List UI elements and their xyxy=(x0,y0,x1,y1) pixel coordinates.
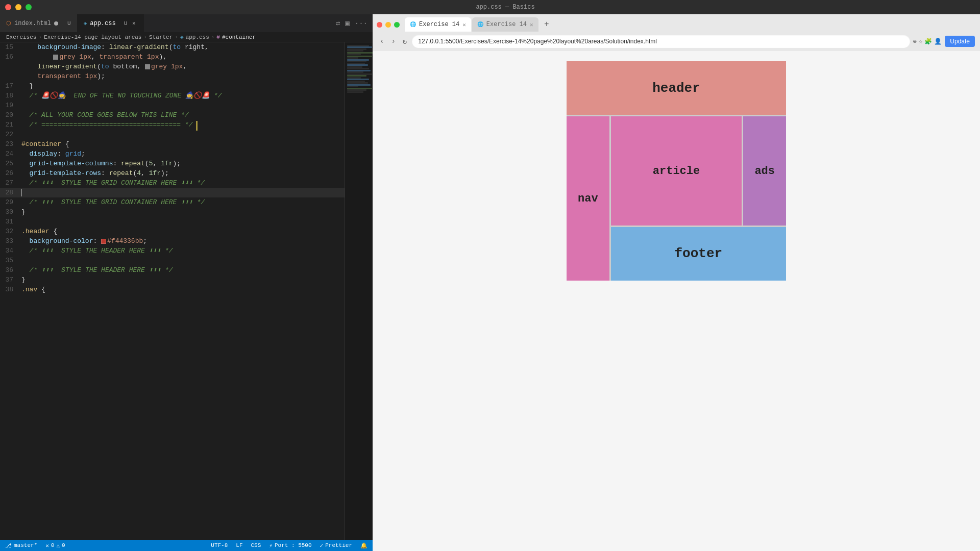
code-line-16: 16 grey 1px, transparent 1px), xyxy=(0,52,345,62)
code-minimap-wrapper: 15 background-image: linear-gradient(to … xyxy=(0,42,373,540)
main-layout: ⬡ index.html U ◈ app.css U ✕ ⇄ ▣ ··· xyxy=(0,14,980,551)
browser-tabs-row: 🌐 Exercise 14 ✕ 🌐 Exercise 14 ✕ + xyxy=(373,14,980,32)
bookmark-icon[interactable]: ☆ xyxy=(919,38,922,45)
toggle-sidebar-icon[interactable]: ▣ xyxy=(345,19,349,28)
status-branch[interactable]: ⎇ master* xyxy=(5,542,37,549)
bc-appcss[interactable]: app.css xyxy=(186,34,209,40)
bc-sep4: › xyxy=(211,34,215,40)
warning-count: 0 xyxy=(62,542,65,548)
browser-maximize[interactable] xyxy=(394,22,400,28)
bc-container[interactable]: #container xyxy=(222,34,256,40)
browser-tab-close-2[interactable]: ✕ xyxy=(530,21,533,28)
minimize-button[interactable] xyxy=(15,4,21,10)
code-line-29: 29 /* ⬆️⬆️⬆️ STYLE THE GRID CONTAINER HE… xyxy=(0,197,345,207)
code-line-26: 26 grid-template-rows: repeat(4, 1fr); xyxy=(0,168,345,178)
browser-tab-favicon-2: 🌐 xyxy=(477,21,483,28)
code-line-38: 38 .nav { xyxy=(0,285,345,294)
bc-appcss-icon: ◈ xyxy=(180,34,184,40)
close-button[interactable] xyxy=(5,4,11,10)
code-line-35: 35 xyxy=(0,256,345,265)
editor-panel: ⬡ index.html U ◈ app.css U ✕ ⇄ ▣ ··· xyxy=(0,14,373,551)
browser-viewport: header nav article ads footer xyxy=(373,51,980,551)
encoding-label: UTF-8 xyxy=(211,542,228,548)
bc-sep1: › xyxy=(38,34,42,40)
code-line-22: 22 xyxy=(0,130,345,139)
code-line-33: 33 background-color: #f44336bb; xyxy=(0,236,345,246)
status-errors[interactable]: ✕ 0 ⚠ 0 xyxy=(45,542,65,549)
line-ending-label: LF xyxy=(236,542,242,548)
refresh-button[interactable]: ↻ xyxy=(401,36,409,47)
port-icon: ⚡ xyxy=(269,542,273,549)
bc-exercises[interactable]: Exercises xyxy=(6,34,36,40)
tab-bar: ⬡ index.html U ◈ app.css U ✕ ⇄ ▣ ··· xyxy=(0,14,373,32)
more-actions-icon[interactable]: ··· xyxy=(355,19,368,28)
code-line-27: 27 /* ⬇️⬇️⬇️ STYLE THE GRID CONTAINER HE… xyxy=(0,178,345,188)
grid-footer: footer xyxy=(611,227,786,281)
code-line-31: 31 xyxy=(0,217,345,227)
update-button[interactable]: Update xyxy=(945,36,975,47)
prettier-label: Prettier xyxy=(325,542,352,548)
code-line-17: 17 } xyxy=(0,81,345,91)
bc-starter[interactable]: Starter xyxy=(149,34,173,40)
status-prettier[interactable]: ✓ Prettier xyxy=(320,542,352,549)
code-line-25: 25 grid-template-columns: repeat(5, 1fr)… xyxy=(0,159,345,168)
branch-icon: ⎇ xyxy=(5,542,12,549)
breadcrumb: Exercises › Exercise-14 page layout area… xyxy=(0,32,373,42)
code-line-37: 37 } xyxy=(0,275,345,285)
browser-close[interactable] xyxy=(377,22,382,28)
browser-tab-favicon-1: 🌐 xyxy=(410,21,416,28)
browser-minimize[interactable] xyxy=(385,22,391,28)
maximize-button[interactable] xyxy=(26,4,32,10)
browser-chrome: 🌐 Exercise 14 ✕ 🌐 Exercise 14 ✕ + ‹ › ↻ xyxy=(373,14,980,51)
branch-label: master* xyxy=(14,542,37,548)
zoom-icon: ⊕ xyxy=(913,38,917,45)
browser-panel: 🌐 Exercise 14 ✕ 🌐 Exercise 14 ✕ + ‹ › ↻ xyxy=(373,14,980,551)
prettier-icon: ✓ xyxy=(320,542,324,549)
tab-label-index: index.html xyxy=(14,20,51,27)
code-line-17b: transparent 1px); xyxy=(0,71,345,81)
status-language[interactable]: CSS xyxy=(251,542,261,548)
status-encoding[interactable]: UTF-8 xyxy=(211,542,228,548)
code-line-17a: linear-gradient(to bottom, grey 1px, xyxy=(0,62,345,71)
tab-app-css[interactable]: ◈ app.css U ✕ xyxy=(78,14,144,32)
port-label: Port : 5500 xyxy=(275,542,312,548)
code-line-19: 19 xyxy=(0,101,345,110)
header-label: header xyxy=(652,81,700,96)
code-line-34: 34 /* ⬇️⬇️⬇️ STYLE THE HEADER HERE ⬇️⬇️⬇… xyxy=(0,246,345,256)
url-bar[interactable] xyxy=(412,35,910,48)
code-area[interactable]: 15 background-image: linear-gradient(to … xyxy=(0,42,345,540)
bc-sep2: › xyxy=(143,34,147,40)
css-icon: ◈ xyxy=(84,20,87,27)
browser-addressbar: ‹ › ↻ ⊕ ☆ 🧩 👤 Update xyxy=(373,32,980,51)
warning-icon: ⚠ xyxy=(56,542,60,549)
language-label: CSS xyxy=(251,542,261,548)
grid-header: header xyxy=(567,61,786,115)
code-line-32: 32 .header { xyxy=(0,227,345,236)
split-editor-icon[interactable]: ⇄ xyxy=(336,19,340,28)
bc-container-icon: # xyxy=(216,34,220,40)
status-bar: ⎇ master* ✕ 0 ⚠ 0 UTF-8 LF CSS ⚡ Port : … xyxy=(0,540,373,551)
tab-index-html[interactable]: ⬡ index.html U xyxy=(0,14,78,32)
code-line-15: 15 background-image: linear-gradient(to … xyxy=(0,42,345,52)
browser-tab-2[interactable]: 🌐 Exercise 14 ✕ xyxy=(472,17,538,32)
new-tab-button[interactable]: + xyxy=(540,17,554,32)
code-line-36: 36 /* ⬆️⬆️⬆️ STYLE THE HEADER HERE ⬆️⬆️⬆… xyxy=(0,265,345,275)
browser-tab-close-1[interactable]: ✕ xyxy=(462,21,466,28)
extensions-icon[interactable]: 🧩 xyxy=(924,38,932,45)
status-port[interactable]: ⚡ Port : 5500 xyxy=(269,542,311,549)
minimap xyxy=(345,42,373,540)
browser-tab-1[interactable]: 🌐 Exercise 14 ✕ xyxy=(405,17,471,32)
profile-icon[interactable]: 👤 xyxy=(934,38,942,45)
tab-close-button[interactable]: ✕ xyxy=(130,20,137,27)
app-title: app.css — Basics xyxy=(36,4,975,11)
modified-indicator xyxy=(54,21,58,26)
status-line-ending[interactable]: LF xyxy=(236,542,242,548)
ads-label: ads xyxy=(754,165,775,178)
bc-sep3: › xyxy=(175,34,178,40)
back-button[interactable]: ‹ xyxy=(378,36,386,46)
code-line-18: 18 /* 🚨🚫🧙 END OF THE NO TOUCHING ZONE 🧙🚫… xyxy=(0,91,345,101)
bc-exercise14[interactable]: Exercise-14 page layout areas xyxy=(44,34,141,40)
forward-button[interactable]: › xyxy=(389,36,397,46)
status-bell[interactable]: 🔔 xyxy=(360,542,368,549)
html-icon: ⬡ xyxy=(6,20,11,27)
